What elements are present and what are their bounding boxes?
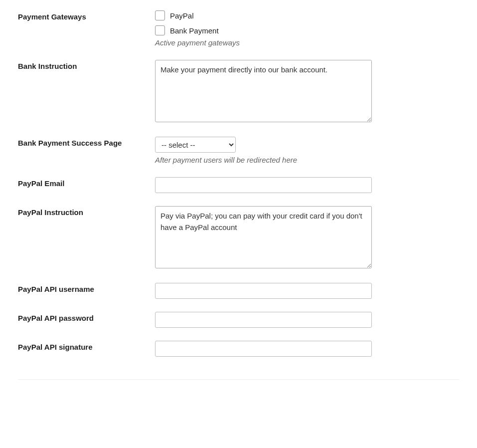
checkbox-bank[interactable]: [155, 25, 165, 35]
checkbox-row-paypal: PayPal: [155, 10, 454, 20]
textarea-bank-instruction[interactable]: Make your payment directly into our bank…: [155, 60, 372, 122]
row-paypal-api-signature: PayPal API signature: [18, 338, 459, 367]
checkbox-label-bank: Bank Payment: [170, 26, 219, 35]
row-paypal-api-password: PayPal API password: [18, 309, 459, 338]
input-paypal-api-password[interactable]: [155, 312, 372, 328]
textarea-paypal-instruction[interactable]: Pay via PayPal; you can pay with your cr…: [155, 206, 372, 268]
label-paypal-api-password: PayPal API password: [18, 309, 155, 338]
input-paypal-api-signature[interactable]: [155, 341, 372, 357]
input-paypal-api-username[interactable]: [155, 283, 372, 299]
description-bank-success-page: After payment users will be redirected h…: [155, 156, 454, 164]
row-payment-gateways: Payment Gateways PayPal Bank Payment Act…: [18, 7, 459, 57]
label-paypal-instruction: PayPal Instruction: [18, 203, 155, 280]
checkbox-row-bank: Bank Payment: [155, 25, 454, 35]
settings-form-table: Payment Gateways PayPal Bank Payment Act…: [18, 7, 459, 367]
label-bank-success-page: Bank Payment Success Page: [18, 134, 155, 174]
checkbox-paypal[interactable]: [155, 10, 165, 20]
row-paypal-api-username: PayPal API username: [18, 280, 459, 309]
checkbox-label-paypal: PayPal: [170, 11, 194, 20]
label-paypal-email: PayPal Email: [18, 174, 155, 203]
input-paypal-email[interactable]: [155, 177, 372, 193]
label-bank-instruction: Bank Instruction: [18, 57, 155, 134]
label-paypal-api-username: PayPal API username: [18, 280, 155, 309]
label-payment-gateways: Payment Gateways: [18, 7, 155, 57]
section-divider: [18, 379, 459, 380]
row-paypal-email: PayPal Email: [18, 174, 459, 203]
description-payment-gateways: Active payment gateways: [155, 38, 454, 47]
row-bank-instruction: Bank Instruction Make your payment direc…: [18, 57, 459, 134]
select-bank-success-page[interactable]: -- select --: [155, 137, 236, 153]
label-paypal-api-signature: PayPal API signature: [18, 338, 155, 367]
row-paypal-instruction: PayPal Instruction Pay via PayPal; you c…: [18, 203, 459, 280]
row-bank-success-page: Bank Payment Success Page -- select -- A…: [18, 134, 459, 174]
